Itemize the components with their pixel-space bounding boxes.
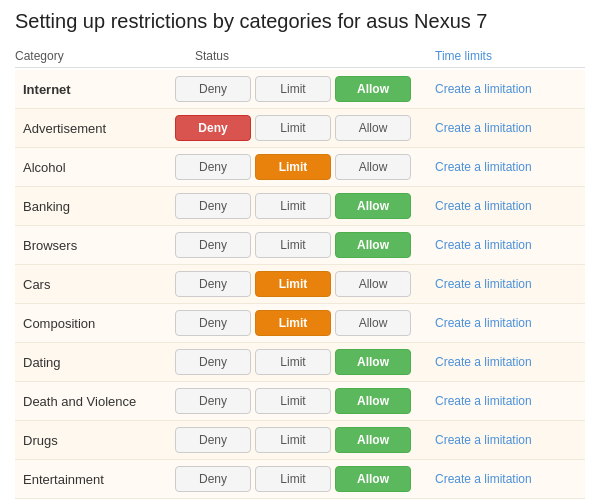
table-row: EntertainmentDenyLimitAllowCreate a limi… [15,460,585,499]
limit-button-cars[interactable]: Limit [255,271,331,297]
category-name-composition: Composition [15,316,175,331]
deny-button-internet[interactable]: Deny [175,76,251,102]
allow-button-death-and-violence[interactable]: Allow [335,388,411,414]
create-limitation-link-alcohol[interactable]: Create a limitation [435,160,585,174]
deny-button-death-and-violence[interactable]: Deny [175,388,251,414]
table-row: Death and ViolenceDenyLimitAllowCreate a… [15,382,585,421]
table-row: BrowsersDenyLimitAllowCreate a limitatio… [15,226,585,265]
limit-button-drugs[interactable]: Limit [255,427,331,453]
create-limitation-link-composition[interactable]: Create a limitation [435,316,585,330]
col-status: Status [175,49,435,63]
table-row: DrugsDenyLimitAllowCreate a limitation [15,421,585,460]
limit-button-death-and-violence[interactable]: Limit [255,388,331,414]
category-name-death-and-violence: Death and Violence [15,394,175,409]
category-name-internet: Internet [15,82,175,97]
category-name-advertisement: Advertisement [15,121,175,136]
create-limitation-link-banking[interactable]: Create a limitation [435,199,585,213]
limit-button-advertisement[interactable]: Limit [255,115,331,141]
limit-button-dating[interactable]: Limit [255,349,331,375]
deny-button-drugs[interactable]: Deny [175,427,251,453]
table-row: InternetDenyLimitAllowCreate a limitatio… [15,70,585,109]
btn-group-alcohol: DenyLimitAllow [175,154,435,180]
allow-button-alcohol[interactable]: Allow [335,154,411,180]
deny-button-composition[interactable]: Deny [175,310,251,336]
table-row: DatingDenyLimitAllowCreate a limitation [15,343,585,382]
table-header: Category Status Time limits [15,45,585,68]
create-limitation-link-drugs[interactable]: Create a limitation [435,433,585,447]
deny-button-alcohol[interactable]: Deny [175,154,251,180]
create-limitation-link-browsers[interactable]: Create a limitation [435,238,585,252]
category-name-alcohol: Alcohol [15,160,175,175]
btn-group-advertisement: DenyLimitAllow [175,115,435,141]
btn-group-composition: DenyLimitAllow [175,310,435,336]
col-category: Category [15,49,175,63]
allow-button-browsers[interactable]: Allow [335,232,411,258]
limit-button-banking[interactable]: Limit [255,193,331,219]
deny-button-cars[interactable]: Deny [175,271,251,297]
allow-button-advertisement[interactable]: Allow [335,115,411,141]
table-row: AdvertisementDenyLimitAllowCreate a limi… [15,109,585,148]
deny-button-advertisement[interactable]: Deny [175,115,251,141]
create-limitation-link-dating[interactable]: Create a limitation [435,355,585,369]
allow-button-banking[interactable]: Allow [335,193,411,219]
table-row: CompositionDenyLimitAllowCreate a limita… [15,304,585,343]
table-row: BankingDenyLimitAllowCreate a limitation [15,187,585,226]
btn-group-dating: DenyLimitAllow [175,349,435,375]
limit-button-internet[interactable]: Limit [255,76,331,102]
btn-group-internet: DenyLimitAllow [175,76,435,102]
limit-button-composition[interactable]: Limit [255,310,331,336]
allow-button-entertainment[interactable]: Allow [335,466,411,492]
limit-button-browsers[interactable]: Limit [255,232,331,258]
limit-button-entertainment[interactable]: Limit [255,466,331,492]
create-limitation-link-internet[interactable]: Create a limitation [435,82,585,96]
deny-button-browsers[interactable]: Deny [175,232,251,258]
category-name-drugs: Drugs [15,433,175,448]
category-name-dating: Dating [15,355,175,370]
deny-button-banking[interactable]: Deny [175,193,251,219]
create-limitation-link-advertisement[interactable]: Create a limitation [435,121,585,135]
create-limitation-link-death-and-violence[interactable]: Create a limitation [435,394,585,408]
btn-group-cars: DenyLimitAllow [175,271,435,297]
category-name-cars: Cars [15,277,175,292]
col-timelimits: Time limits [435,49,585,63]
allow-button-internet[interactable]: Allow [335,76,411,102]
category-name-entertainment: Entertainment [15,472,175,487]
limit-button-alcohol[interactable]: Limit [255,154,331,180]
btn-group-banking: DenyLimitAllow [175,193,435,219]
table-row: CarsDenyLimitAllowCreate a limitation [15,265,585,304]
allow-button-cars[interactable]: Allow [335,271,411,297]
category-name-browsers: Browsers [15,238,175,253]
btn-group-entertainment: DenyLimitAllow [175,466,435,492]
allow-button-dating[interactable]: Allow [335,349,411,375]
table-row: AlcoholDenyLimitAllowCreate a limitation [15,148,585,187]
rows-container: InternetDenyLimitAllowCreate a limitatio… [15,70,585,499]
allow-button-composition[interactable]: Allow [335,310,411,336]
create-limitation-link-entertainment[interactable]: Create a limitation [435,472,585,486]
category-name-banking: Banking [15,199,175,214]
deny-button-dating[interactable]: Deny [175,349,251,375]
create-limitation-link-cars[interactable]: Create a limitation [435,277,585,291]
btn-group-browsers: DenyLimitAllow [175,232,435,258]
btn-group-drugs: DenyLimitAllow [175,427,435,453]
btn-group-death-and-violence: DenyLimitAllow [175,388,435,414]
deny-button-entertainment[interactable]: Deny [175,466,251,492]
allow-button-drugs[interactable]: Allow [335,427,411,453]
page-title: Setting up restrictions by categories fo… [15,10,585,33]
